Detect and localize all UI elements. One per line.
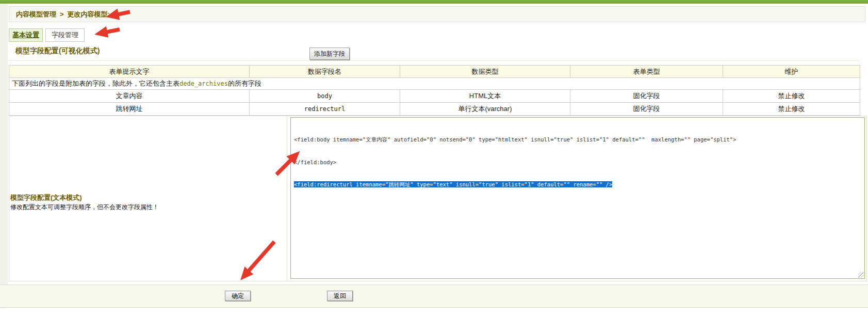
tab-basic-settings-label: 基本设置 <box>12 31 39 39</box>
cell-maintain: 禁止修改 <box>723 103 860 116</box>
table-note: 下面列出的字段是附加表的字段，除此外，它还包含主表dede_archives的所… <box>9 78 860 90</box>
note-main-table-name: dede_archives <box>179 80 228 87</box>
left-gutter <box>0 4 8 308</box>
config-line: </field:body> <box>294 159 861 166</box>
cell-data-type: 单行文本(varchar) <box>400 103 570 116</box>
table-note-row: 下面列出的字段是附加表的字段，除此外，它还包含主表dede_archives的所… <box>9 78 860 90</box>
cell-field-name: body <box>250 90 400 103</box>
cell-form-type: 固化字段 <box>570 103 723 116</box>
note-prefix: 下面列出的字段是附加表的字段，除此外，它还包含主表 <box>12 80 179 87</box>
text-mode-editor-cell: <field:body itemname="文章内容" autofield="0… <box>287 116 866 281</box>
back-button[interactable]: 返回 <box>327 291 353 301</box>
cell-data-type: HTML文本 <box>400 90 570 103</box>
fields-table: 表单提示文字 数据字段名 数据类型 表单类型 维护 下面列出的字段是附加表的字段… <box>9 65 860 116</box>
breadcrumb-separator: > <box>60 10 64 18</box>
footer-bar: 确定 返回 <box>0 285 868 308</box>
cell-maintain: 禁止修改 <box>723 90 860 103</box>
breadcrumb-current: 更改内容模型: <box>68 10 110 18</box>
text-mode-section: 模型字段配置(文本模式) 修改配置文本可调整字段顺序，但不会更改字段属性！ <f… <box>9 116 867 281</box>
visual-mode-section-title: 模型字段配置(可视化模式) <box>15 46 100 56</box>
textarea-resize-handle[interactable] <box>858 272 864 278</box>
text-mode-hint: 修改配置文本可调整字段顺序，但不会更改字段属性！ <box>10 203 159 212</box>
breadcrumb: 内容模型管理>更改内容模型: <box>9 6 865 22</box>
column-header-field-name: 数据字段名 <box>250 66 400 78</box>
field-config-textarea[interactable]: <field:body itemname="文章内容" autofield="0… <box>290 117 865 279</box>
confirm-button[interactable]: 确定 <box>225 291 251 301</box>
column-header-prompt-text: 表单提示文字 <box>9 66 250 78</box>
breadcrumb-section[interactable]: 内容模型管理 <box>16 10 56 18</box>
config-line-selected: <field:redirecturl itemname="跳转网址" type=… <box>294 181 861 188</box>
cell-field-name: redirecturl <box>250 103 400 116</box>
fields-table-header-row: 表单提示文字 数据字段名 数据类型 表单类型 维护 <box>9 66 860 78</box>
table-row: 跳转网址 redirecturl 单行文本(varchar) 固化字段 禁止修改 <box>9 103 860 116</box>
top-green-bar <box>0 0 868 4</box>
content-model-admin-page: 内容模型管理>更改内容模型: 基本设置 字段管理 模型字段配置(可视化模式) 添… <box>0 0 868 316</box>
red-arrow-tab <box>99 29 120 34</box>
table-row: 文章内容 body HTML文本 固化字段 禁止修改 <box>9 90 860 103</box>
tab-basic-settings[interactable]: 基本设置 <box>9 28 43 42</box>
tab-field-management[interactable]: 字段管理 <box>45 28 85 42</box>
tab-field-management-label: 字段管理 <box>52 31 78 39</box>
text-mode-section-title: 模型字段配置(文本模式) <box>10 193 82 202</box>
cell-prompt: 文章内容 <box>9 90 250 103</box>
column-header-form-type: 表单类型 <box>570 66 723 78</box>
column-header-maintain: 维护 <box>723 66 860 78</box>
config-line: <field:body itemname="文章内容" autofield="0… <box>294 136 861 144</box>
cell-prompt: 跳转网址 <box>9 103 250 116</box>
note-suffix: 的所有字段 <box>228 80 261 87</box>
column-header-data-type: 数据类型 <box>400 66 570 78</box>
cell-form-type: 固化字段 <box>570 90 723 103</box>
add-field-button[interactable]: 添加新字段 <box>309 48 350 60</box>
text-mode-label-cell: 模型字段配置(文本模式) 修改配置文本可调整字段顺序，但不会更改字段属性！ <box>9 116 287 281</box>
section-divider <box>9 60 860 61</box>
